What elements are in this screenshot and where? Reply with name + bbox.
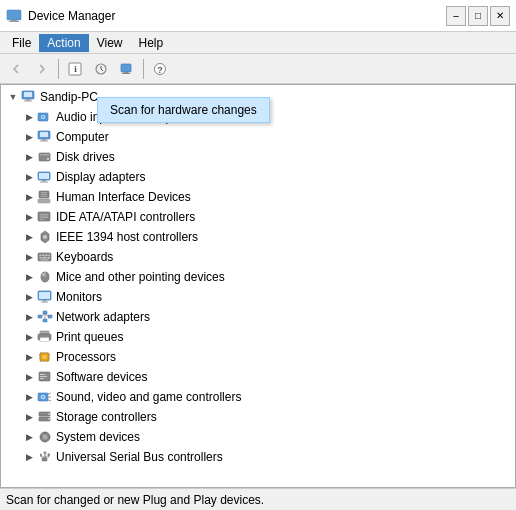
tree-item-ieee[interactable]: ▶ IEEE 1394 host controllers — [1, 227, 515, 247]
root-label: Sandip-PC — [40, 90, 98, 104]
tree-item-processors[interactable]: ▶ Processors — [1, 347, 515, 367]
svg-rect-31 — [41, 194, 47, 195]
keyboards-arrow: ▶ — [21, 249, 37, 265]
svg-rect-36 — [40, 217, 48, 219]
hid-icon — [37, 189, 53, 205]
ide-label: IDE ATA/ATAPI controllers — [56, 210, 195, 224]
minimize-button[interactable]: – — [446, 6, 466, 26]
svg-point-92 — [43, 435, 48, 440]
tree-item-software[interactable]: ▶ Software devices — [1, 367, 515, 387]
tree-item-mice[interactable]: ▶ Mice and other pointing devices — [1, 267, 515, 287]
usb-icon — [37, 449, 53, 465]
system-label: System devices — [56, 430, 140, 444]
display-label: Display adapters — [56, 170, 145, 184]
svg-rect-2 — [9, 21, 19, 22]
tree-item-computer[interactable]: ▶ Computer — [1, 127, 515, 147]
back-button[interactable] — [4, 57, 28, 81]
tree-item-network[interactable]: ▶ Network adapters — [1, 307, 515, 327]
svg-rect-79 — [40, 376, 47, 377]
tree-item-usb[interactable]: ▶ Universal Serial Bus controllers — [1, 447, 515, 467]
computer-label: Computer — [56, 130, 109, 144]
menu-file[interactable]: File — [4, 34, 39, 52]
network-arrow: ▶ — [21, 309, 37, 325]
svg-line-84 — [48, 393, 51, 394]
system-icon — [37, 429, 53, 445]
mice-label: Mice and other pointing devices — [56, 270, 225, 284]
svg-rect-13 — [26, 99, 30, 101]
tree-item-disk[interactable]: ▶ Disk drives — [1, 147, 515, 167]
svg-rect-26 — [39, 173, 49, 179]
toolbar-separator-1 — [58, 59, 59, 79]
tree-item-keyboards[interactable]: ▶ Keyboards — [1, 247, 515, 267]
svg-rect-8 — [122, 73, 130, 74]
tree-item-ide[interactable]: ▶ IDE ATA/ATAPI controllers — [1, 207, 515, 227]
svg-rect-40 — [40, 255, 42, 257]
svg-rect-32 — [41, 196, 47, 197]
svg-rect-55 — [43, 311, 47, 314]
device-tree-panel[interactable]: Scan for hardware changes ▼ Sandip-PC ▶ — [0, 84, 516, 488]
svg-rect-47 — [41, 260, 49, 261]
printer-icon — [37, 329, 53, 345]
menu-view[interactable]: View — [89, 34, 131, 52]
hid-label: Human Interface Devices — [56, 190, 191, 204]
usb-arrow: ▶ — [21, 449, 37, 465]
svg-rect-66 — [42, 355, 47, 359]
svg-rect-19 — [40, 132, 48, 137]
software-icon — [37, 369, 53, 385]
svg-point-24 — [47, 158, 49, 160]
mice-arrow: ▶ — [21, 269, 37, 285]
display-icon — [37, 169, 53, 185]
properties-button[interactable]: ℹ — [63, 57, 87, 81]
usb-label: Universal Serial Bus controllers — [56, 450, 223, 464]
scan-button[interactable] — [115, 57, 139, 81]
tree-item-sound[interactable]: ▶ Sound, video and game controllers — [1, 387, 515, 407]
svg-rect-37 — [40, 219, 44, 220]
tree-item-storage[interactable]: ▶ Storage controllers — [1, 407, 515, 427]
tree-item-hid[interactable]: ▶ Human Interface Devices — [1, 187, 515, 207]
scan-hardware-tooltip: Scan for hardware changes — [97, 97, 270, 123]
svg-rect-44 — [40, 257, 42, 259]
menu-action[interactable]: Action — [39, 34, 88, 52]
svg-rect-20 — [42, 139, 46, 141]
svg-rect-12 — [24, 92, 32, 97]
close-button[interactable]: ✕ — [490, 6, 510, 26]
audio-arrow: ▶ — [21, 109, 37, 125]
tree-item-monitors[interactable]: ▶ Monitors — [1, 287, 515, 307]
svg-rect-51 — [39, 292, 50, 299]
forward-button[interactable] — [30, 57, 54, 81]
svg-rect-23 — [40, 154, 49, 156]
help-button[interactable]: ? — [148, 57, 172, 81]
network-label: Network adapters — [56, 310, 150, 324]
menu-help[interactable]: Help — [131, 34, 172, 52]
svg-rect-53 — [41, 302, 48, 303]
ieee-icon — [37, 229, 53, 245]
update-button[interactable] — [89, 57, 113, 81]
software-label: Software devices — [56, 370, 147, 384]
tree-item-system[interactable]: ▶ System devices — [1, 427, 515, 447]
hid-arrow: ▶ — [21, 189, 37, 205]
ide-icon — [37, 209, 53, 225]
processors-arrow: ▶ — [21, 349, 37, 365]
tree-item-print[interactable]: ▶ Print queues — [1, 327, 515, 347]
svg-point-89 — [48, 413, 50, 415]
sound-label: Sound, video and game controllers — [56, 390, 241, 404]
print-label: Print queues — [56, 330, 123, 344]
status-bar: Scan for changed or new Plug and Play de… — [0, 488, 516, 510]
tree-item-display[interactable]: ▶ Display adapters — [1, 167, 515, 187]
ieee-label: IEEE 1394 host controllers — [56, 230, 198, 244]
ieee-arrow: ▶ — [21, 229, 37, 245]
svg-line-86 — [48, 400, 51, 401]
computer-icon — [21, 89, 37, 105]
svg-text:ℹ: ℹ — [74, 65, 77, 74]
window-controls: – □ ✕ — [446, 6, 510, 26]
svg-rect-78 — [40, 374, 45, 375]
svg-rect-28 — [40, 182, 48, 183]
maximize-button[interactable]: □ — [468, 6, 488, 26]
svg-rect-102 — [48, 454, 51, 456]
root-expand-arrow: ▼ — [5, 89, 21, 105]
app-icon — [6, 8, 22, 24]
svg-rect-45 — [43, 257, 47, 259]
display-arrow: ▶ — [21, 169, 37, 185]
svg-rect-14 — [24, 101, 32, 102]
svg-rect-97 — [42, 458, 47, 461]
